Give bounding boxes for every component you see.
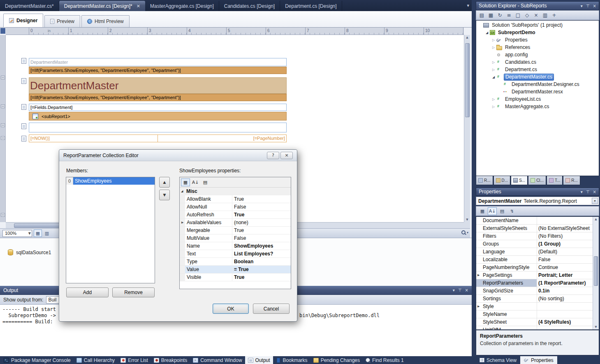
property-value[interactable]: (No sorting) [537,295,593,302]
property-row[interactable]: ▶ AllowNull False [180,203,291,211]
property-value[interactable]: (No Filters) [537,232,593,240]
remove-button[interactable]: Remove [112,287,155,297]
property-value[interactable]: Continue [537,264,593,271]
class-view-icon[interactable]: ▥ [541,11,549,19]
properties-title-bar[interactable]: Properties ▾ ⊤ × [476,188,599,196]
band-handle-icon[interactable] [1,76,5,79]
property-row[interactable]: ▶ Text List Employees? [180,250,291,258]
tree-item[interactable]: Candidates.cs [476,58,599,66]
show-all-files-icon[interactable]: ▦ [486,11,495,19]
tree-item[interactable]: app.config [476,51,599,58]
property-row[interactable]: ▶ ReportParameters (1 ReportParameter) [476,279,593,287]
property-value[interactable]: (4 StyleRules) [537,318,593,326]
close-icon[interactable]: × [137,3,140,9]
tree-item[interactable]: Solution 'SubReports' (1 project) [476,21,599,29]
designer-vertical-scrollbar[interactable]: ▲ ▼ [464,35,470,222]
detail-band-icon[interactable] [21,104,26,110]
tree-item[interactable]: SubreportDemo [476,29,599,36]
property-row[interactable]: ▶ ExternalStyleSheets (No ExternalStyleS… [476,225,593,232]
events-icon[interactable]: ↯ [507,207,517,215]
window-menu-icon[interactable]: ▾ [581,4,583,8]
property-value[interactable]: Portrait; Letter [537,271,593,279]
property-row[interactable]: ▶ AutoRefresh True [180,211,291,219]
property-row[interactable]: ▶ Mergeable True [180,227,291,234]
bottom-window-tab[interactable]: Package Manager Console [1,356,74,364]
property-value[interactable] [537,303,593,310]
ok-button[interactable]: OK [213,304,249,314]
members-listbox[interactable]: 0 ShowEmployees [66,177,155,283]
categorized-icon[interactable]: ▦ [181,179,190,186]
property-value[interactable]: = True [232,266,291,273]
property-value[interactable]: True [232,227,291,234]
tree-item[interactable]: EmployeeList.cs [476,95,599,103]
property-value[interactable]: (No ExternalStyleSheet [537,225,593,232]
property-row[interactable]: ▶ Language (Default) [476,248,593,256]
alphabetical-icon[interactable]: A↓ [488,207,497,215]
solution-explorer-title-bar[interactable]: Solution Explorer - SubReports ▾ ⊤ × [476,1,599,10]
dock-panel-tab[interactable]: R... [476,176,493,185]
report-detail-field-textbox[interactable]: [=Fields.Department] [29,104,287,111]
bottom-window-tab[interactable]: Command Window [190,356,245,364]
property-row[interactable]: ▶ Type Boolean [180,258,291,266]
expand-arrow-icon[interactable]: ▶ [477,305,480,308]
tree-expander-icon[interactable] [491,68,496,72]
property-row[interactable]: ▶ Value = True [180,266,291,274]
scrollbar-thumb[interactable] [465,43,470,117]
categorized-icon[interactable]: ▦ [478,207,487,215]
property-value[interactable]: (1 ReportParameter) [537,279,593,287]
properties-icon[interactable]: ▤ [498,207,507,215]
right-panel-bottom-tab[interactable]: Properties [520,356,557,364]
tree-item[interactable]: DepartmentMaster.resx [476,88,599,95]
scroll-up-icon[interactable]: ▲ [593,218,599,221]
property-value[interactable]: False [232,234,291,242]
snap-to-grid-icon[interactable]: ▥ [43,230,51,237]
view-code-icon[interactable]: ≡ [505,11,513,19]
tree-item[interactable]: Properties [476,36,599,44]
property-value[interactable]: (none) [232,219,291,226]
property-row[interactable]: ▶ Style [476,303,593,311]
close-icon[interactable]: × [593,190,596,194]
property-value[interactable]: True [232,211,291,218]
scrollbar-thumb[interactable] [594,256,598,286]
group-footer-band-icon[interactable] [21,123,26,129]
close-icon[interactable]: × [465,288,468,292]
move-down-button[interactable]: ▼ [159,190,170,200]
expand-arrow-icon[interactable]: ▶ [181,221,183,224]
tree-item[interactable]: DepartmentMaster.Designer.cs [476,81,599,88]
window-menu-icon[interactable]: ▾ [453,288,455,292]
bottom-window-tab[interactable]: Call Hierarchy [74,356,118,364]
empty-band[interactable] [29,123,287,132]
dock-panel-tab[interactable]: Cl... [528,176,546,185]
tray-component[interactable]: sqlDataSource1 [4,247,55,257]
zoom-tool[interactable]: ▾ [461,230,468,234]
property-row[interactable]: ▶ PageNumberingStyle Continue [476,264,593,271]
property-pages-icon[interactable]: ▤ [201,179,210,186]
designer-view-tab[interactable]: Designer [3,14,43,27]
property-row[interactable]: ▶ Sortings (No sorting) [476,295,593,303]
window-menu-icon[interactable]: ▾ [581,190,583,194]
tree-item[interactable]: References [476,44,599,51]
properties-window-icon[interactable]: ▤ [477,11,486,19]
bottom-window-tab[interactable]: Error List [118,356,151,364]
designer-view-tab[interactable]: Preview [44,15,80,27]
tree-expander-icon[interactable] [484,31,489,35]
pin-icon[interactable]: ⊤ [586,4,590,8]
band-handle-icon[interactable] [1,136,5,140]
tree-item[interactable]: DepartmentMaster.cs [476,73,599,81]
property-value[interactable]: (1 Group) [537,240,593,248]
group-header-band-icon[interactable] [21,78,26,84]
report-textbox[interactable]: DepartmentMaster [29,58,287,66]
tree-expander-icon[interactable] [491,60,496,64]
property-row[interactable]: ▶ PageSettings Portrait; Letter [476,271,593,279]
properties-scrollbar[interactable]: ▲ ▼ [593,217,599,329]
property-row[interactable]: ▶ Filters (No Filters) [476,232,593,240]
dock-panel-tab[interactable]: R... [563,176,580,185]
dialog-title-bar[interactable]: ReportParameter Collection Editor ? × [59,150,297,161]
pin-icon[interactable]: ⊤ [586,190,590,194]
add-button[interactable]: Add [66,287,109,297]
tab-overflow-icon[interactable]: ▾ [467,3,469,8]
bottom-window-tab[interactable]: Pending Changes [310,356,363,364]
view-designer-icon[interactable]: □ [514,11,522,19]
help-icon[interactable]: ? [267,152,279,159]
tree-expander-icon[interactable] [491,46,496,49]
